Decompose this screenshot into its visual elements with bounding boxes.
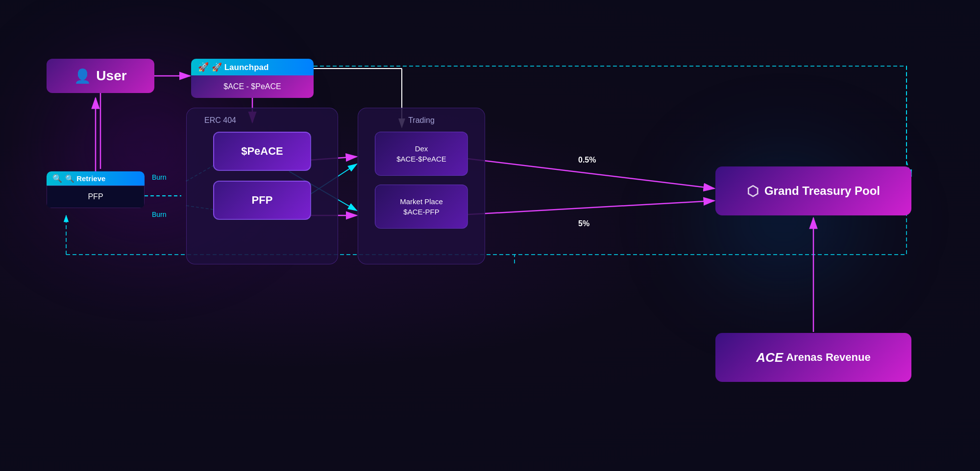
launchpad-header: 🚀 🚀 Launchpad [191, 59, 314, 75]
erc404-node: ERC 404 $PeACE PFP [186, 108, 338, 264]
retrieve-header: 🔍 🔍 Retrieve [47, 171, 145, 186]
trading-node: Trading Dex $ACE-$PeACE Market Place $AC… [358, 108, 485, 264]
dex-label-line1: Dex [415, 143, 428, 154]
burn-label-2: Burn [152, 211, 167, 218]
arenas-ace-label: ACE [756, 350, 783, 365]
pct-label-1: 0.5% [578, 156, 596, 165]
marketplace-label-line1: Market Place [400, 196, 443, 207]
launchpad-node: 🚀 🚀 Launchpad $ACE - $PeACE [191, 59, 314, 98]
pfp-inner-label: PFP [252, 194, 273, 207]
burn-label-1: Burn [152, 173, 167, 181]
svg-line-16 [451, 201, 714, 215]
treasury-icon: ⬡ [747, 183, 759, 199]
launchpad-body: $ACE - $PeACE [191, 75, 314, 98]
arenas-rest-label: Arenas Revenue [786, 351, 870, 364]
retrieve-node: 🔍 🔍 Retrieve PFP [47, 171, 145, 208]
launchpad-title: 🚀 Launchpad [212, 62, 269, 72]
search-icon: 🔍 [52, 174, 62, 183]
user-icon: 👤 [74, 68, 91, 84]
peace-label: $PeACE [241, 145, 283, 158]
dex-label-line2: $ACE-$PeACE [396, 154, 446, 164]
retrieve-label: 🔍 Retrieve [65, 174, 105, 183]
erc404-title: ERC 404 [204, 116, 236, 125]
dex-node: Dex $ACE-$PeACE [375, 132, 468, 176]
marketplace-node: Market Place $ACE-PFP [375, 185, 468, 229]
rocket-icon: 🚀 [198, 62, 209, 72]
marketplace-label-line2: $ACE-PFP [403, 207, 439, 217]
peace-node: $PeACE [213, 132, 311, 171]
treasury-label: Grand Treasury Pool [764, 184, 880, 198]
pfp-inner-node: PFP [213, 181, 311, 220]
launchpad-token-pair: $ACE - $PeACE [223, 82, 281, 91]
pct-label-2: 5% [578, 219, 589, 228]
retrieve-pfp-label: PFP [88, 192, 103, 201]
user-label: User [96, 68, 126, 84]
treasury-node: ⬡ Grand Treasury Pool [715, 166, 911, 215]
trading-title: Trading [408, 116, 435, 125]
retrieve-body: PFP [47, 186, 145, 208]
arenas-node: ACE Arenas Revenue [715, 333, 911, 382]
user-node: 👤 User [47, 59, 154, 93]
